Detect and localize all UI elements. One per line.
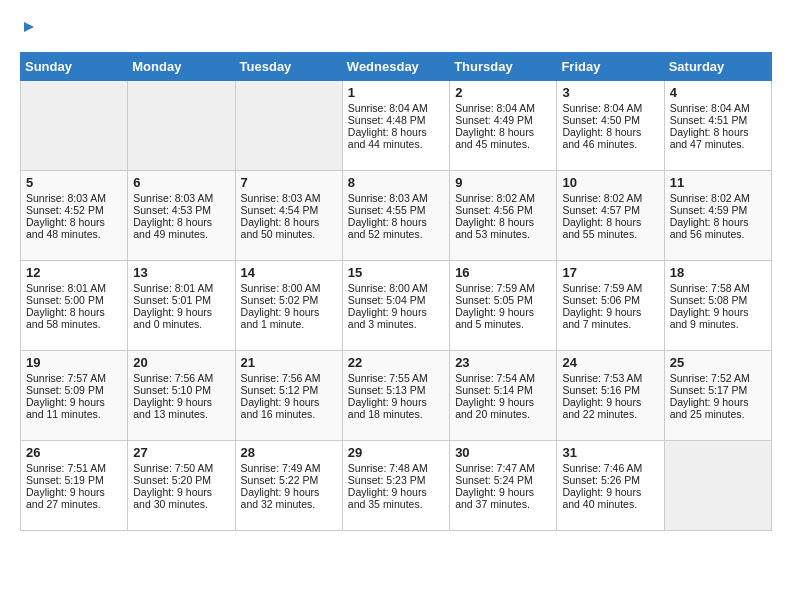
day-info: Sunrise: 7:46 AM [562,462,658,474]
calendar-cell [235,81,342,171]
day-number: 13 [133,265,229,280]
calendar-cell: 27Sunrise: 7:50 AMSunset: 5:20 PMDayligh… [128,441,235,531]
day-number: 27 [133,445,229,460]
day-info: Sunrise: 8:00 AM [348,282,444,294]
day-info: and 9 minutes. [670,318,766,330]
calendar-cell: 30Sunrise: 7:47 AMSunset: 5:24 PMDayligh… [450,441,557,531]
day-number: 7 [241,175,337,190]
day-info: and 11 minutes. [26,408,122,420]
day-info: and 45 minutes. [455,138,551,150]
day-info: and 49 minutes. [133,228,229,240]
day-info: Daylight: 8 hours [455,126,551,138]
day-info: and 58 minutes. [26,318,122,330]
day-info: Sunrise: 7:56 AM [133,372,229,384]
day-info: Sunset: 5:08 PM [670,294,766,306]
day-number: 28 [241,445,337,460]
col-header-thursday: Thursday [450,53,557,81]
day-info: Daylight: 9 hours [562,486,658,498]
day-info: Daylight: 9 hours [26,486,122,498]
day-number: 10 [562,175,658,190]
day-info: Sunrise: 8:04 AM [670,102,766,114]
day-info: Daylight: 9 hours [348,396,444,408]
calendar-table: SundayMondayTuesdayWednesdayThursdayFrid… [20,52,772,531]
day-info: Daylight: 9 hours [562,396,658,408]
calendar-cell: 18Sunrise: 7:58 AMSunset: 5:08 PMDayligh… [664,261,771,351]
day-info: and 25 minutes. [670,408,766,420]
calendar-cell: 4Sunrise: 8:04 AMSunset: 4:51 PMDaylight… [664,81,771,171]
calendar-cell: 1Sunrise: 8:04 AMSunset: 4:48 PMDaylight… [342,81,449,171]
day-info: and 0 minutes. [133,318,229,330]
logo [20,20,38,42]
day-number: 19 [26,355,122,370]
day-info: Sunrise: 7:48 AM [348,462,444,474]
day-number: 17 [562,265,658,280]
day-info: Sunset: 5:02 PM [241,294,337,306]
col-header-tuesday: Tuesday [235,53,342,81]
day-info: Daylight: 9 hours [562,306,658,318]
day-info: Sunrise: 7:53 AM [562,372,658,384]
day-info: Sunset: 4:54 PM [241,204,337,216]
day-info: Daylight: 9 hours [133,486,229,498]
day-info: Sunrise: 7:59 AM [455,282,551,294]
calendar-cell: 3Sunrise: 8:04 AMSunset: 4:50 PMDaylight… [557,81,664,171]
day-number: 3 [562,85,658,100]
day-number: 6 [133,175,229,190]
day-info: Sunrise: 8:04 AM [348,102,444,114]
day-info: Sunset: 5:17 PM [670,384,766,396]
day-info: Daylight: 9 hours [241,486,337,498]
calendar-cell: 22Sunrise: 7:55 AMSunset: 5:13 PMDayligh… [342,351,449,441]
calendar-cell: 26Sunrise: 7:51 AMSunset: 5:19 PMDayligh… [21,441,128,531]
day-info: Daylight: 9 hours [455,486,551,498]
day-info: Daylight: 9 hours [241,306,337,318]
day-info: Sunrise: 8:03 AM [26,192,122,204]
day-info: and 18 minutes. [348,408,444,420]
calendar-cell: 6Sunrise: 8:03 AMSunset: 4:53 PMDaylight… [128,171,235,261]
day-info: Sunset: 5:01 PM [133,294,229,306]
day-info: and 1 minute. [241,318,337,330]
day-number: 9 [455,175,551,190]
calendar-cell: 21Sunrise: 7:56 AMSunset: 5:12 PMDayligh… [235,351,342,441]
calendar-cell: 10Sunrise: 8:02 AMSunset: 4:57 PMDayligh… [557,171,664,261]
day-info: Sunset: 5:05 PM [455,294,551,306]
calendar-cell: 15Sunrise: 8:00 AMSunset: 5:04 PMDayligh… [342,261,449,351]
day-info: Sunset: 5:26 PM [562,474,658,486]
calendar-cell: 7Sunrise: 8:03 AMSunset: 4:54 PMDaylight… [235,171,342,261]
day-info: Daylight: 9 hours [133,306,229,318]
day-number: 15 [348,265,444,280]
day-info: and 20 minutes. [455,408,551,420]
page-header [20,20,772,42]
day-info: and 55 minutes. [562,228,658,240]
day-number: 12 [26,265,122,280]
day-info: and 35 minutes. [348,498,444,510]
day-info: Daylight: 9 hours [670,306,766,318]
day-info: Sunset: 4:48 PM [348,114,444,126]
calendar-cell: 20Sunrise: 7:56 AMSunset: 5:10 PMDayligh… [128,351,235,441]
day-info: Sunrise: 8:04 AM [562,102,658,114]
day-info: and 32 minutes. [241,498,337,510]
day-info: and 27 minutes. [26,498,122,510]
day-info: Sunset: 4:55 PM [348,204,444,216]
day-number: 18 [670,265,766,280]
calendar-cell: 5Sunrise: 8:03 AMSunset: 4:52 PMDaylight… [21,171,128,261]
day-info: Sunset: 5:10 PM [133,384,229,396]
day-info: Sunrise: 7:52 AM [670,372,766,384]
day-info: Daylight: 9 hours [26,396,122,408]
calendar-cell: 28Sunrise: 7:49 AMSunset: 5:22 PMDayligh… [235,441,342,531]
day-number: 4 [670,85,766,100]
day-info: Daylight: 9 hours [241,396,337,408]
day-number: 16 [455,265,551,280]
day-info: Sunset: 4:57 PM [562,204,658,216]
day-number: 23 [455,355,551,370]
day-info: Sunset: 5:12 PM [241,384,337,396]
day-info: Daylight: 8 hours [241,216,337,228]
day-info: and 46 minutes. [562,138,658,150]
day-number: 1 [348,85,444,100]
day-info: and 40 minutes. [562,498,658,510]
day-info: and 50 minutes. [241,228,337,240]
day-info: and 13 minutes. [133,408,229,420]
calendar-cell: 16Sunrise: 7:59 AMSunset: 5:05 PMDayligh… [450,261,557,351]
day-number: 14 [241,265,337,280]
day-info: and 7 minutes. [562,318,658,330]
day-info: Daylight: 8 hours [670,216,766,228]
calendar-cell: 12Sunrise: 8:01 AMSunset: 5:00 PMDayligh… [21,261,128,351]
